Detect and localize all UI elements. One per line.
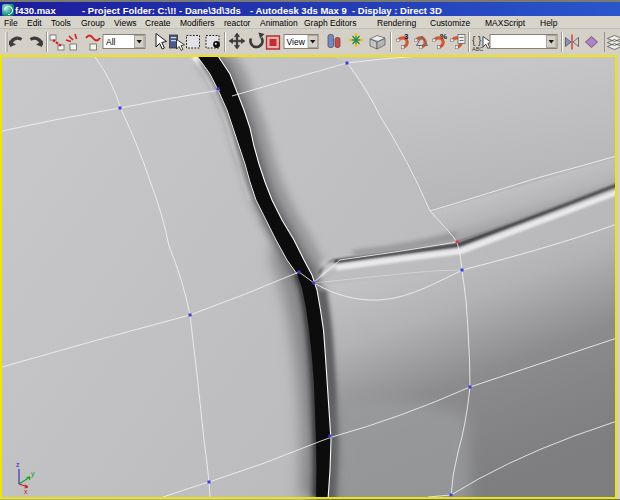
svg-text:{ }: { } [472, 35, 482, 46]
svg-text:All: All [106, 37, 116, 47]
svg-text:View: View [287, 37, 306, 47]
svg-text:%: % [440, 32, 447, 41]
svg-text:x: x [24, 488, 28, 495]
svg-text:z: z [16, 461, 20, 468]
svg-text:3: 3 [404, 32, 409, 41]
svg-text:y: y [31, 470, 35, 478]
svg-text:ABC: ABC [472, 46, 483, 52]
